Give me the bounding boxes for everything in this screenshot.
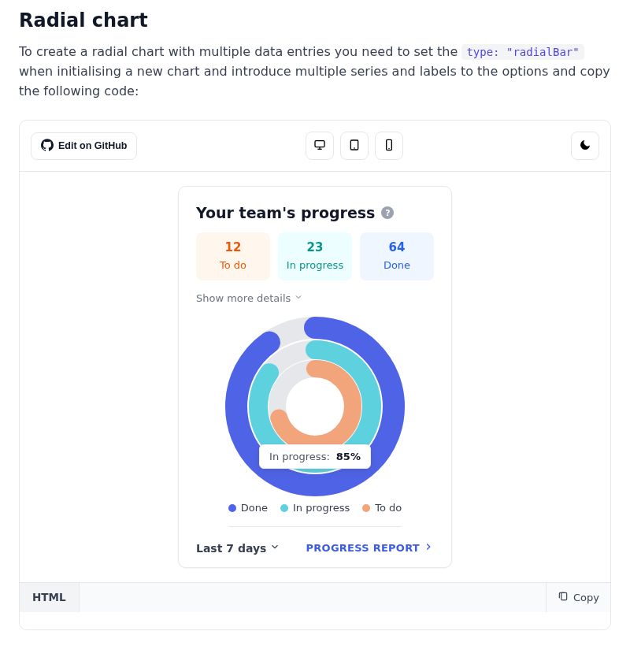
demo-toolbar: Edit on GitHub <box>20 121 610 172</box>
tab-html[interactable]: HTML <box>20 583 80 612</box>
intro-text-after: when initialising a new chart and introd… <box>19 64 610 98</box>
stat-in-progress-value: 23 <box>281 240 349 254</box>
chevron-right-icon <box>423 541 434 555</box>
legend-item-todo[interactable]: To do <box>362 502 402 514</box>
stat-done: 64 Done <box>360 232 434 280</box>
legend-dot-icon <box>280 504 288 512</box>
viewport-tablet-button[interactable] <box>340 132 369 160</box>
progress-report-link[interactable]: PROGRESS REPORT <box>306 541 434 555</box>
stats-row: 12 To do 23 In progress 64 Done <box>196 232 434 280</box>
intro-paragraph: To create a radial chart with multiple d… <box>19 43 611 101</box>
stat-todo-label: To do <box>199 259 267 271</box>
code-tab-bar: HTML Copy <box>20 582 610 612</box>
time-range-dropdown[interactable]: Last 7 days <box>196 541 280 555</box>
legend-item-in-progress[interactable]: In progress <box>280 502 350 514</box>
stat-done-value: 64 <box>363 240 431 254</box>
copy-button[interactable]: Copy <box>546 583 610 612</box>
progress-report-label: PROGRESS REPORT <box>306 542 420 554</box>
legend: Done In progress To do <box>228 502 402 527</box>
legend-item-done[interactable]: Done <box>228 502 268 514</box>
radial-chart-svg <box>220 312 410 501</box>
github-icon <box>41 139 54 154</box>
show-more-details-toggle[interactable]: Show more details <box>196 292 303 304</box>
radial-chart: In progress: 85% Done In progress To do <box>196 312 434 527</box>
stat-todo-value: 12 <box>199 240 267 254</box>
chart-tooltip: In progress: 85% <box>259 444 371 469</box>
show-more-label: Show more details <box>196 292 291 304</box>
code-area <box>20 612 610 629</box>
stat-in-progress: 23 In progress <box>278 232 352 280</box>
edit-on-github-button[interactable]: Edit on GitHub <box>31 132 137 160</box>
stat-todo: 12 To do <box>196 232 270 280</box>
progress-card: Your team's progress ? 12 To do 23 In pr… <box>178 186 452 568</box>
moon-icon <box>579 139 591 154</box>
desktop-icon <box>313 139 326 154</box>
svg-rect-9 <box>561 593 567 600</box>
demo-container: Edit on GitHub <box>19 120 611 630</box>
stat-in-progress-label: In progress <box>281 259 349 271</box>
card-footer: Last 7 days PROGRESS REPORT <box>196 527 434 555</box>
help-icon[interactable]: ? <box>381 206 394 219</box>
dark-mode-toggle[interactable] <box>571 132 599 160</box>
page-title: Radial chart <box>19 9 611 32</box>
legend-dot-icon <box>362 504 370 512</box>
tooltip-label: In progress: <box>269 451 330 462</box>
stat-done-label: Done <box>363 259 431 271</box>
tooltip-value: 85% <box>336 451 361 462</box>
edit-on-github-label: Edit on GitHub <box>58 140 127 151</box>
intro-text-before: To create a radial chart with multiple d… <box>19 44 461 59</box>
viewport-mobile-button[interactable] <box>375 132 403 160</box>
tablet-icon <box>348 139 361 154</box>
demo-canvas: Your team's progress ? 12 To do 23 In pr… <box>20 172 610 582</box>
chevron-down-icon <box>269 541 280 555</box>
svg-rect-0 <box>315 141 324 147</box>
inline-code: type: "radialBar" <box>461 44 584 60</box>
clipboard-icon <box>558 591 569 604</box>
legend-dot-icon <box>228 504 236 512</box>
card-title: Your team's progress <box>196 204 375 221</box>
copy-label: Copy <box>573 592 599 603</box>
viewport-desktop-button[interactable] <box>306 132 334 160</box>
chevron-down-icon <box>294 292 303 304</box>
legend-label: In progress <box>293 502 350 514</box>
mobile-icon <box>383 139 395 154</box>
legend-label: To do <box>375 502 402 514</box>
time-range-label: Last 7 days <box>196 542 266 555</box>
legend-label: Done <box>241 502 268 514</box>
